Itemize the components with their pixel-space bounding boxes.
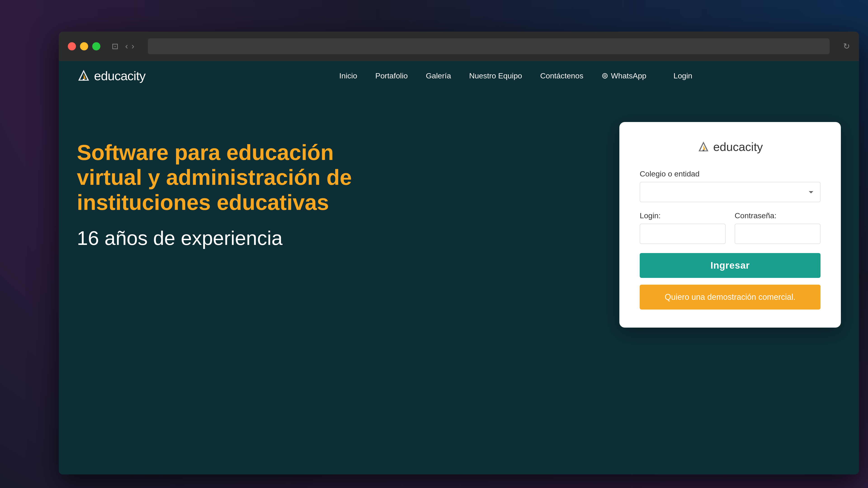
card-logo-text: educacity (713, 140, 763, 154)
card-logo: educacity (640, 140, 820, 154)
hero-headline: Software para educación virtual y admini… (77, 140, 371, 215)
nav-links: Inicio Portafolio Galería Nuestro Equipo… (191, 71, 841, 80)
refresh-button[interactable]: ↻ (843, 41, 850, 51)
colegio-field-group: Colegio o entidad (640, 169, 820, 202)
fullscreen-button[interactable] (92, 42, 100, 51)
svg-rect-7 (703, 150, 704, 151)
url-bar[interactable] (148, 38, 830, 54)
nav-login[interactable]: Login (674, 71, 692, 80)
card-logo-icon (698, 141, 710, 153)
hero-subtext: 16 años de experiencia (77, 226, 619, 250)
nav-portafolio[interactable]: Portafolio (375, 71, 408, 80)
demo-button[interactable]: Quiero una demostración comercial. (640, 285, 820, 310)
colegio-select[interactable] (640, 182, 820, 202)
browser-window: ⊡ ‹ › ↻ educacity Inicio Portafolio (59, 32, 859, 475)
nav-contactenos[interactable]: Contáctenos (540, 71, 583, 80)
svg-rect-3 (83, 79, 85, 80)
nav-nuestro-equipo[interactable]: Nuestro Equipo (469, 71, 522, 80)
nav-inicio[interactable]: Inicio (339, 71, 357, 80)
hero-section: Software para educación virtual y admini… (59, 90, 859, 475)
password-label: Contraseña: (735, 211, 820, 220)
back-button[interactable]: ‹ (125, 41, 128, 51)
login-label: Login: (640, 211, 725, 220)
forward-button[interactable]: › (131, 41, 134, 51)
logo-icon (77, 69, 90, 83)
logo-link[interactable]: educacity (77, 68, 146, 83)
colegio-label: Colegio o entidad (640, 169, 820, 178)
login-field-group: Login: (640, 211, 725, 244)
whatsapp-label: WhatsApp (611, 71, 647, 80)
logo-text: educacity (94, 68, 146, 83)
minimize-button[interactable] (80, 42, 88, 51)
credentials-row: Login: Contraseña: (640, 211, 820, 244)
sidebar-toggle-icon[interactable]: ⊡ (112, 41, 119, 51)
ingresar-button[interactable]: Ingresar (640, 253, 820, 278)
nav-arrows: ‹ › (125, 41, 134, 51)
whatsapp-icon: ⊚ (601, 71, 608, 80)
nav-whatsapp[interactable]: ⊚ WhatsApp (601, 71, 647, 80)
traffic-lights (68, 42, 100, 51)
login-card: educacity Colegio o entidad Login: Contr… (619, 122, 841, 328)
navigation-bar: educacity Inicio Portafolio Galería Nues… (59, 61, 859, 90)
password-input[interactable] (735, 224, 820, 244)
hero-text: Software para educación virtual y admini… (77, 113, 619, 452)
login-input[interactable] (640, 224, 725, 244)
password-field-group: Contraseña: (735, 211, 820, 244)
browser-chrome: ⊡ ‹ › ↻ (59, 32, 859, 61)
website-content: educacity Inicio Portafolio Galería Nues… (59, 61, 859, 475)
nav-galeria[interactable]: Galería (426, 71, 451, 80)
close-button[interactable] (68, 42, 76, 51)
